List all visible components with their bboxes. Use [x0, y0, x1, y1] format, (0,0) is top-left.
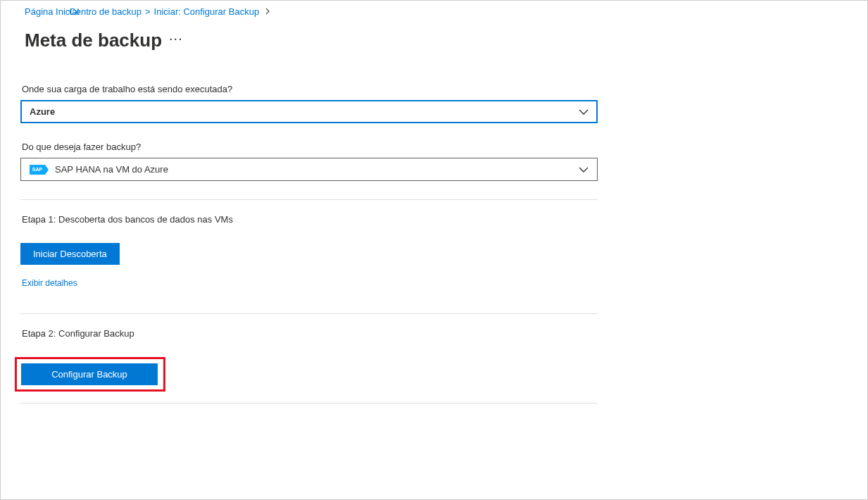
breadcrumb-separator: > — [145, 6, 151, 17]
chevron-down-icon — [579, 107, 589, 117]
page-title: Meta de backup — [25, 30, 162, 51]
highlight-annotation: Configurar Backup — [15, 357, 165, 392]
workload-location-value: Azure — [30, 106, 579, 117]
divider — [20, 313, 598, 314]
chevron-right-icon — [265, 7, 272, 17]
start-discovery-button[interactable]: Iniciar Descoberta — [20, 243, 120, 265]
step-1-label: Etapa 1: Descoberta dos bancos de dados … — [20, 214, 599, 225]
content: Onde sua carga de trabalho está sendo ex… — [1, 84, 599, 404]
breadcrumb-start-configure[interactable]: Iniciar: Configurar Backup — [154, 6, 260, 17]
what-to-backup-select[interactable]: SAP SAP HANA na VM do Azure — [20, 158, 598, 181]
view-details-link[interactable]: Exibir detalhes — [20, 278, 77, 288]
what-to-backup-label: Do que deseja fazer backup? — [20, 142, 599, 152]
workload-location-label: Onde sua carga de trabalho está sendo ex… — [20, 84, 599, 94]
workload-location-select[interactable]: Azure — [20, 100, 598, 123]
chevron-down-icon — [579, 165, 589, 175]
what-to-backup-value: SAP HANA na VM do Azure — [55, 164, 579, 175]
sap-icon: SAP — [30, 165, 45, 175]
breadcrumb-backup-center[interactable]: Centro de backup — [69, 6, 141, 17]
more-actions-icon[interactable]: ··· — [169, 30, 183, 46]
step-2-block: Etapa 2: Configurar Backup Configurar Ba… — [20, 328, 599, 403]
step-1-block: Etapa 1: Descoberta dos bancos de dados … — [20, 214, 599, 313]
divider — [20, 199, 598, 200]
breadcrumb: Página Inicial Centro de backup > Inicia… — [1, 6, 867, 17]
divider — [20, 403, 598, 404]
page-header: Meta de backup ··· — [1, 30, 867, 51]
configure-backup-button[interactable]: Configurar Backup — [21, 363, 158, 385]
step-2-label: Etapa 2: Configurar Backup — [20, 328, 599, 339]
